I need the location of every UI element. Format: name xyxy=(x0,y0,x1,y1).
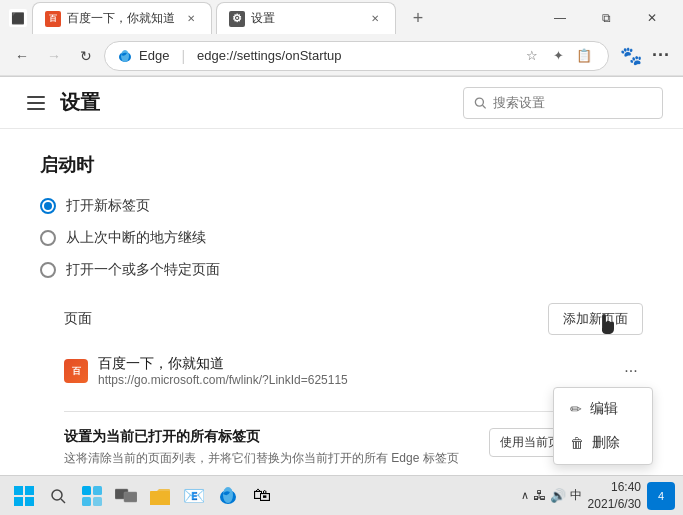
address-brand: Edge xyxy=(139,48,169,63)
taskbar-app-explorer[interactable] xyxy=(144,480,176,512)
svg-rect-18 xyxy=(93,497,102,506)
taskbar-apps: 📧 🛍 xyxy=(76,480,278,512)
pages-label: 页面 xyxy=(64,310,92,328)
settings-favicon: ⚙ xyxy=(229,11,245,27)
svg-point-24 xyxy=(223,487,233,503)
radio-newtab-label: 打开新标签页 xyxy=(66,197,150,215)
tab-baidu-close[interactable]: ✕ xyxy=(183,11,199,27)
svg-point-3 xyxy=(121,50,129,62)
tab-settings-close[interactable]: ✕ xyxy=(367,11,383,27)
radio-specific[interactable] xyxy=(40,262,56,278)
start-button[interactable] xyxy=(8,480,40,512)
taskbar-app-taskview[interactable] xyxy=(110,480,142,512)
address-separator: | xyxy=(181,48,185,64)
tray-region-icon: 中 xyxy=(570,487,582,504)
baidu-favicon: 百 xyxy=(45,11,61,27)
page-item-more-container: ··· ✏ 编辑 🗑 删除 xyxy=(619,359,643,383)
tab-baidu-label: 百度一下，你就知道 xyxy=(67,10,177,27)
tray-network-icon: 🖧 xyxy=(533,488,546,503)
svg-rect-16 xyxy=(93,486,102,495)
svg-rect-10 xyxy=(25,486,34,495)
minimize-button[interactable]: — xyxy=(537,0,583,36)
radio-item-continue[interactable]: 从上次中断的地方继续 xyxy=(40,229,643,247)
bottom-title: 设置为当前已打开的所有标签页 xyxy=(64,428,523,446)
svg-point-13 xyxy=(52,490,62,500)
page-title: 设置 xyxy=(60,89,100,116)
context-menu-delete[interactable]: 🗑 删除 xyxy=(554,426,652,460)
pages-section: 页面 添加新页面 百 百度一下，你就知道 https://go.microsof… xyxy=(64,303,643,467)
notification-button[interactable]: 4 xyxy=(647,482,675,510)
clock-date: 2021/6/30 xyxy=(588,496,641,513)
svg-rect-6 xyxy=(27,108,45,110)
page-item-more-button[interactable]: ··· xyxy=(619,359,643,383)
clock-time: 16:40 xyxy=(588,479,641,496)
svg-rect-4 xyxy=(27,96,45,98)
delete-icon: 🗑 xyxy=(570,435,584,451)
refresh-button[interactable]: ↻ xyxy=(72,42,100,70)
taskbar-app-edge[interactable] xyxy=(212,480,244,512)
menu-icon[interactable] xyxy=(20,87,52,119)
maximize-button[interactable]: ⧉ xyxy=(583,0,629,36)
svg-rect-17 xyxy=(82,497,91,506)
page-item-favicon: 百 xyxy=(64,359,88,383)
search-icon xyxy=(474,96,487,110)
taskbar-app-store[interactable]: 🛍 xyxy=(246,480,278,512)
add-new-page-button[interactable]: 添加新页面 xyxy=(548,303,643,335)
close-button[interactable]: ✕ xyxy=(629,0,675,36)
address-bar[interactable]: Edge | edge://settings/onStartup ☆ ✦ 📋 xyxy=(104,41,609,71)
tab-settings[interactable]: ⚙ 设置 ✕ xyxy=(216,2,396,34)
startup-options: 打开新标签页 从上次中断的地方继续 打开一个或多个特定页面 xyxy=(40,197,643,279)
forward-button[interactable]: → xyxy=(40,42,68,70)
svg-rect-11 xyxy=(14,497,23,506)
taskbar-search-button[interactable] xyxy=(44,482,72,510)
page-item: 百 百度一下，你就知道 https://go.microsoft.com/fwl… xyxy=(64,347,643,395)
windows-logo-icon xyxy=(14,486,34,506)
window-controls: — ⧉ ✕ xyxy=(537,0,675,36)
edge-logo-icon xyxy=(117,48,133,64)
bottom-desc: 这将清除当前的页面列表，并将它们替换为你当前打开的所有 Edge 标签页 xyxy=(64,450,523,467)
taskbar-app-widgets[interactable] xyxy=(76,480,108,512)
svg-text:⬛: ⬛ xyxy=(11,11,25,25)
taskbar-right: ∧ 🖧 🔊 中 16:40 2021/6/30 4 xyxy=(521,479,675,513)
title-bar: ⬛ 百 百度一下，你就知道 ✕ ⚙ 设置 ✕ + — ⧉ ✕ xyxy=(0,0,683,36)
settings-header: 设置 xyxy=(0,77,683,129)
tray-caret-icon[interactable]: ∧ xyxy=(521,489,529,502)
radio-item-specific[interactable]: 打开一个或多个特定页面 xyxy=(40,261,643,279)
section-title: 启动时 xyxy=(40,153,643,177)
hamburger-icon xyxy=(27,96,45,110)
edit-icon: ✏ xyxy=(570,401,582,417)
radio-continue[interactable] xyxy=(40,230,56,246)
clock[interactable]: 16:40 2021/6/30 xyxy=(588,479,641,513)
svg-rect-12 xyxy=(25,497,34,506)
radio-item-newtab[interactable]: 打开新标签页 xyxy=(40,197,643,215)
favorites-icon[interactable]: ☆ xyxy=(520,44,544,68)
new-tab-button[interactable]: + xyxy=(404,4,432,32)
tray-volume-icon: 🔊 xyxy=(550,488,566,503)
svg-rect-20 xyxy=(124,492,137,502)
sys-tray: ∧ 🖧 🔊 中 xyxy=(521,487,582,504)
pages-header: 页面 添加新页面 xyxy=(64,303,643,335)
taskbar-search-icon xyxy=(50,488,66,504)
collections-icon[interactable]: ✦ xyxy=(546,44,570,68)
back-button[interactable]: ← xyxy=(8,42,36,70)
svg-line-8 xyxy=(483,105,486,108)
tab-settings-label: 设置 xyxy=(251,10,361,27)
svg-rect-22 xyxy=(150,493,170,505)
settings-search-input[interactable] xyxy=(493,95,652,110)
context-menu-edit[interactable]: ✏ 编辑 xyxy=(554,392,652,426)
toolbar-icons: 🐾 ··· xyxy=(617,42,675,70)
taskbar-app-mail[interactable]: 📧 xyxy=(178,480,210,512)
address-actions: ☆ ✦ 📋 xyxy=(520,44,596,68)
radio-specific-label: 打开一个或多个特定页面 xyxy=(66,261,220,279)
tab-baidu[interactable]: 百 百度一下，你就知道 ✕ xyxy=(32,2,212,34)
taskview-icon xyxy=(115,487,137,505)
context-menu: ✏ 编辑 🗑 删除 xyxy=(553,387,653,465)
radio-newtab[interactable] xyxy=(40,198,56,214)
svg-rect-5 xyxy=(27,102,45,104)
settings-search-box[interactable] xyxy=(463,87,663,119)
explorer-icon xyxy=(149,486,171,506)
browser-icon: ⬛ xyxy=(8,8,28,28)
more-icon[interactable]: ··· xyxy=(647,42,675,70)
profile-icon[interactable]: 🐾 xyxy=(617,42,645,70)
profile-collections-icon[interactable]: 📋 xyxy=(572,44,596,68)
